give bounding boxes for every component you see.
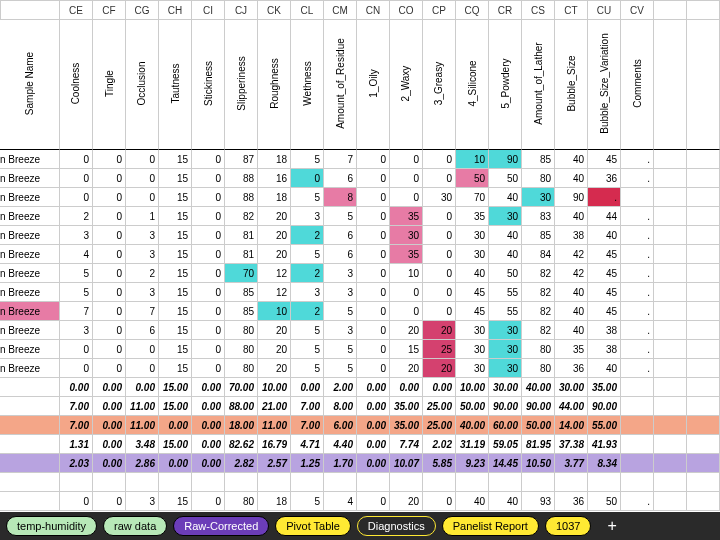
data-cell[interactable]: 40 <box>456 264 489 283</box>
data-cell[interactable]: 0 <box>357 359 390 378</box>
summary-cell[interactable]: 7.74 <box>390 435 423 454</box>
data-cell[interactable] <box>654 359 687 378</box>
data-cell[interactable]: 90 <box>489 150 522 169</box>
sheet-tab[interactable]: Pivot Table <box>275 516 351 536</box>
data-cell[interactable]: 55 <box>489 302 522 321</box>
sheet-tab[interactable]: Panelist Report <box>442 516 539 536</box>
blank-cell[interactable] <box>126 473 159 492</box>
data-cell[interactable]: 35 <box>390 245 423 264</box>
data-cell[interactable]: 30 <box>522 188 555 207</box>
data-cell[interactable]: 80 <box>522 359 555 378</box>
data-cell[interactable]: 20 <box>258 226 291 245</box>
data-cell[interactable]: 5 <box>291 150 324 169</box>
data-cell[interactable]: 5 <box>60 283 93 302</box>
data-cell[interactable]: 30 <box>456 321 489 340</box>
summary-label[interactable] <box>0 416 60 435</box>
data-cell[interactable]: 0 <box>93 169 126 188</box>
data-cell[interactable]: 0 <box>192 245 225 264</box>
summary-cell[interactable]: 90.00 <box>522 397 555 416</box>
blank-cell[interactable] <box>423 473 456 492</box>
summary-cell[interactable]: 8.00 <box>324 397 357 416</box>
data-cell[interactable] <box>687 169 720 188</box>
data-cell[interactable]: 81 <box>225 226 258 245</box>
data-cell[interactable] <box>654 150 687 169</box>
data-cell[interactable] <box>687 264 720 283</box>
footer-cell[interactable] <box>654 492 687 511</box>
data-cell[interactable] <box>687 302 720 321</box>
summary-cell[interactable] <box>687 435 720 454</box>
data-cell[interactable]: 0 <box>93 226 126 245</box>
data-cell[interactable]: 0 <box>192 283 225 302</box>
data-cell[interactable]: 0 <box>60 359 93 378</box>
data-cell[interactable]: 45 <box>588 283 621 302</box>
blank-cell[interactable] <box>588 473 621 492</box>
data-cell[interactable]: 70 <box>456 188 489 207</box>
data-cell[interactable]: 0 <box>126 150 159 169</box>
field-header[interactable] <box>654 20 687 150</box>
data-cell[interactable]: 0 <box>126 340 159 359</box>
summary-cell[interactable]: 16.79 <box>258 435 291 454</box>
summary-cell[interactable]: 15.00 <box>159 378 192 397</box>
field-header[interactable]: Stickiness <box>192 20 225 150</box>
summary-label[interactable] <box>0 435 60 454</box>
summary-cell[interactable]: 4.71 <box>291 435 324 454</box>
data-cell[interactable] <box>687 188 720 207</box>
data-cell[interactable]: 0 <box>390 150 423 169</box>
data-cell[interactable]: 42 <box>555 245 588 264</box>
data-cell[interactable]: 40 <box>588 359 621 378</box>
data-cell[interactable]: 2 <box>291 264 324 283</box>
summary-cell[interactable]: 30.00 <box>555 378 588 397</box>
data-cell[interactable]: 0 <box>357 188 390 207</box>
field-header[interactable] <box>687 20 720 150</box>
summary-cell[interactable]: 2.00 <box>324 378 357 397</box>
column-header[interactable]: CR <box>489 0 522 20</box>
field-header[interactable]: Bubble_Size <box>555 20 588 150</box>
summary-cell[interactable]: 0.00 <box>357 397 390 416</box>
data-cell[interactable]: 0 <box>423 226 456 245</box>
summary-cell[interactable]: 14.45 <box>489 454 522 473</box>
data-cell[interactable]: 5 <box>324 340 357 359</box>
field-header[interactable]: Wethness <box>291 20 324 150</box>
summary-cell[interactable]: 2.02 <box>423 435 456 454</box>
data-cell[interactable]: 3 <box>126 283 159 302</box>
data-cell[interactable]: 1 <box>126 207 159 226</box>
data-cell[interactable]: 36 <box>588 169 621 188</box>
data-cell[interactable]: 5 <box>291 188 324 207</box>
data-cell[interactable]: 18 <box>258 150 291 169</box>
summary-cell[interactable]: 11.00 <box>126 416 159 435</box>
data-cell[interactable]: 6 <box>126 321 159 340</box>
sample-name[interactable]: n Breeze <box>0 340 60 359</box>
summary-cell[interactable]: 0.00 <box>93 454 126 473</box>
summary-cell[interactable]: 15.00 <box>159 435 192 454</box>
data-cell[interactable]: 88 <box>225 188 258 207</box>
data-cell[interactable] <box>687 245 720 264</box>
footer-cell[interactable]: 0 <box>423 492 456 511</box>
data-cell[interactable]: 30 <box>489 321 522 340</box>
summary-cell[interactable]: 0.00 <box>93 416 126 435</box>
blank-cell[interactable] <box>390 473 423 492</box>
summary-cell[interactable]: 11.00 <box>258 416 291 435</box>
data-cell[interactable]: 0 <box>192 302 225 321</box>
summary-cell[interactable]: 0.00 <box>357 416 390 435</box>
summary-cell[interactable]: 7.00 <box>60 397 93 416</box>
field-header[interactable]: Occlusion <box>126 20 159 150</box>
data-cell[interactable]: 81 <box>225 245 258 264</box>
field-header[interactable]: Roughness <box>258 20 291 150</box>
data-cell[interactable] <box>654 226 687 245</box>
data-cell[interactable]: 0 <box>423 245 456 264</box>
footer-cell[interactable]: 40 <box>489 492 522 511</box>
data-cell[interactable]: 0 <box>93 340 126 359</box>
data-cell[interactable]: 15 <box>159 264 192 283</box>
blank-cell[interactable] <box>687 473 720 492</box>
column-header[interactable] <box>654 0 687 20</box>
summary-cell[interactable]: 0.00 <box>93 378 126 397</box>
summary-cell[interactable]: 1.25 <box>291 454 324 473</box>
data-cell[interactable]: . <box>621 150 654 169</box>
data-cell[interactable] <box>687 207 720 226</box>
data-cell[interactable]: 0 <box>357 226 390 245</box>
summary-cell[interactable] <box>687 416 720 435</box>
data-cell[interactable]: 6 <box>324 169 357 188</box>
data-cell[interactable] <box>654 188 687 207</box>
summary-cell[interactable]: 10.00 <box>258 378 291 397</box>
blank-cell[interactable] <box>654 473 687 492</box>
